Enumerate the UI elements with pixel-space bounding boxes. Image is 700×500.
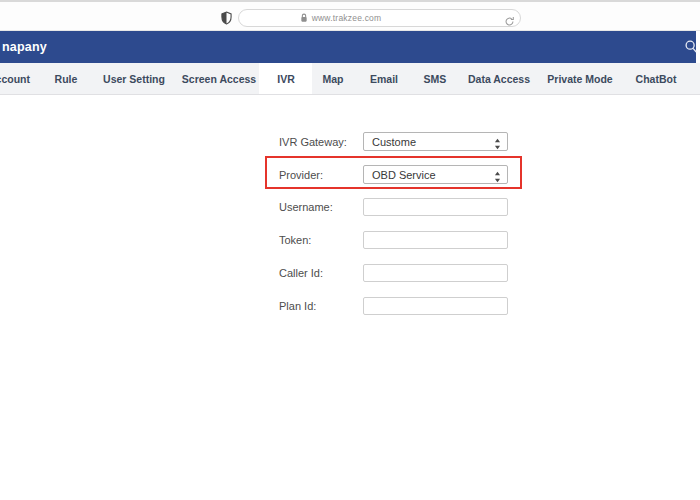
tab-screen-access[interactable]: Screen Access [182,63,256,95]
tab-sms[interactable]: SMS [424,63,447,95]
tab-account[interactable]: Account [0,63,30,95]
lock-icon [300,9,308,27]
tab-private-mode[interactable]: Private Mode [547,63,612,95]
address-bar[interactable]: www.trakzee.com [238,9,521,27]
browser-chrome: www.trakzee.com [0,0,700,31]
url-text: www.trakzee.com [312,13,382,23]
token-label: Token: [279,234,363,246]
ivr-gateway-value: Custome [372,136,416,148]
form-row-caller-id: Caller Id: [279,264,508,282]
tab-user-setting[interactable]: User Setting [103,63,165,95]
app-header: napany [0,31,696,63]
form-row-token: Token: [279,231,508,249]
plan-id-label: Plan Id: [279,300,363,312]
tab-ivr[interactable]: IVR [277,63,295,95]
tab-bar-divider [0,94,700,95]
settings-tab-bar: Account Rule User Setting Screen Access … [0,63,700,95]
ivr-gateway-select[interactable]: Custome [363,132,508,151]
reload-icon[interactable] [504,13,515,24]
brand-title: napany [2,31,47,63]
username-label: Username: [279,201,363,213]
caller-id-input[interactable] [363,264,508,282]
form-row-username: Username: [279,198,508,216]
tab-chatbot[interactable]: ChatBot [636,63,677,95]
ivr-gateway-label: IVR Gateway: [279,136,363,148]
highlight-annotation-box [265,156,522,189]
caller-id-label: Caller Id: [279,267,363,279]
tab-email[interactable]: Email [370,63,398,95]
app-window: www.trakzee.com napany Account Rule User… [0,0,700,500]
form-row-plan-id: Plan Id: [279,297,508,315]
tab-data-access[interactable]: Data Access [468,63,530,95]
search-icon[interactable] [684,39,698,54]
select-stepper-icon [494,136,501,154]
plan-id-input[interactable] [363,297,508,315]
privacy-shield-icon[interactable] [221,11,232,25]
form-row-ivr-gateway: IVR Gateway: Custome [279,132,508,151]
username-input[interactable] [363,198,508,216]
token-input[interactable] [363,231,508,249]
tab-map[interactable]: Map [323,63,344,95]
tab-rule[interactable]: Rule [55,63,78,95]
